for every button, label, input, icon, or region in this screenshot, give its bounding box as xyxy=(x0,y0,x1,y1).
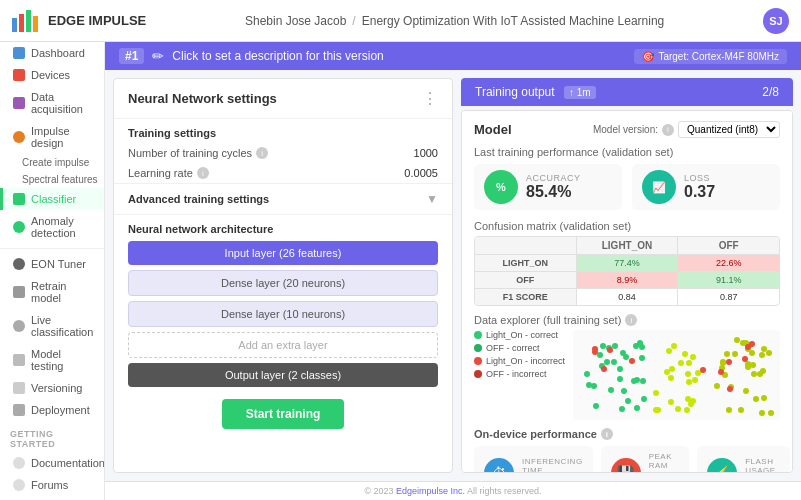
legend-0: Light_On - correct xyxy=(474,330,565,340)
cm-cell-20: 0.84 xyxy=(577,289,679,305)
scatter-dot xyxy=(631,378,637,384)
sidebar-item-deployment[interactable]: Deployment xyxy=(0,399,104,421)
target-badge: 🎯 Target: Cortex-M4F 80MHz xyxy=(634,49,787,64)
scatter-dot xyxy=(621,388,627,394)
model-version-select[interactable]: Quantized (int8) Float32 xyxy=(678,121,780,138)
svg-rect-1 xyxy=(19,14,24,32)
sidebar-item-live[interactable]: Live classification xyxy=(0,309,104,343)
scatter-dot xyxy=(724,351,730,357)
top-center: Shebin Jose Jacob / Energy Optimization … xyxy=(245,14,664,28)
sidebar-label-testing: Model testing xyxy=(31,348,94,372)
version-badge: #1 xyxy=(119,48,144,64)
sidebar-item-data-acquisition[interactable]: Data acquisition xyxy=(0,86,104,120)
sidebar-label-retrain: Retrain model xyxy=(31,280,94,304)
sidebar-item-anomaly[interactable]: Anomaly detection xyxy=(0,210,104,244)
confusion-matrix: LIGHT_ON OFF LIGHT_ON 77.4% 22.6% OFF 8.… xyxy=(474,236,780,306)
scatter-dot xyxy=(593,403,599,409)
svg-rect-2 xyxy=(26,10,31,32)
inferencing-label: INFERENCING TIME xyxy=(522,457,583,474)
scatter-dot xyxy=(732,351,738,357)
page-info: 2/8 xyxy=(762,85,779,99)
scatter-dot xyxy=(584,371,590,377)
layer-input[interactable]: Input layer (26 features) xyxy=(128,241,438,265)
confusion-label: Confusion matrix (validation set) xyxy=(474,220,780,232)
impulse-icon xyxy=(13,131,25,143)
scatter-dot xyxy=(757,371,763,377)
info-icon-lr[interactable]: i xyxy=(197,167,209,179)
device-metric-flash: ⚡ FLASH USAGE 14.8K xyxy=(697,446,790,473)
footer-link[interactable]: Edgeimpulse Inc. xyxy=(396,486,465,496)
scatter-dot xyxy=(617,376,623,382)
svg-rect-0 xyxy=(12,18,17,32)
scatter-dot xyxy=(686,379,692,385)
scatter-dot xyxy=(634,405,640,411)
sidebar-item-devices[interactable]: Devices xyxy=(0,64,104,86)
sidebar-item-classifier[interactable]: Classifier xyxy=(0,188,104,210)
docs-icon xyxy=(13,457,25,469)
legend-label-3: OFF - incorrect xyxy=(486,369,547,379)
sidebar-item-impulse-design[interactable]: Impulse design xyxy=(0,120,104,154)
sidebar-label-impulse: Impulse design xyxy=(31,125,94,149)
cm-cell-11: 91.1% xyxy=(678,272,779,288)
getting-started-label: GETTING STARTED xyxy=(0,421,104,452)
layer-dense-2[interactable]: Dense layer (10 neurons) xyxy=(128,301,438,327)
classifier-icon xyxy=(13,193,25,205)
scatter-dot xyxy=(692,377,698,383)
advanced-settings-row[interactable]: Advanced training settings ▼ xyxy=(114,183,452,215)
training-section-label: Training settings xyxy=(114,119,452,143)
model-title: Model xyxy=(474,122,512,137)
target-text: Target: Cortex-M4F 80MHz xyxy=(658,51,779,62)
layer-dense-1[interactable]: Dense layer (20 neurons) xyxy=(128,270,438,296)
sidebar-sub-spectral[interactable]: Spectral features xyxy=(0,171,104,188)
scatter-dot xyxy=(761,395,767,401)
start-training-button[interactable]: Start training xyxy=(222,399,345,429)
sidebar-label-deployment: Deployment xyxy=(31,404,90,416)
cm-cell-21: 0.87 xyxy=(678,289,779,305)
sidebar-sub-create-impulse[interactable]: Create impulse xyxy=(0,154,104,171)
cm-cell-10: 8.9% xyxy=(577,272,679,288)
sidebar-item-retrain[interactable]: Retrain model xyxy=(0,275,104,309)
sidebar-item-docs[interactable]: Documentation xyxy=(0,452,104,474)
scatter-dot xyxy=(688,401,694,407)
version-bar[interactable]: #1 ✏ Click to set a description for this… xyxy=(105,42,801,70)
learning-rate-value: 0.0005 xyxy=(404,167,438,179)
info-icon-cycles[interactable]: i xyxy=(256,147,268,159)
sidebar-label-docs: Documentation xyxy=(31,457,105,469)
scatter-dot xyxy=(612,343,618,349)
cm-header: LIGHT_ON OFF xyxy=(475,237,779,254)
pencil-icon: ✏ xyxy=(152,48,164,64)
legend-label-1: OFF - correct xyxy=(486,343,540,353)
cm-row-label-0: LIGHT_ON xyxy=(475,255,577,271)
nn-layers: Input layer (26 features) Dense layer (2… xyxy=(114,241,452,387)
scatter-dot xyxy=(727,386,733,392)
scatter-dot xyxy=(671,343,677,349)
architecture-label: Neural network architecture xyxy=(114,215,452,241)
sidebar-item-model-testing[interactable]: Model testing xyxy=(0,343,104,377)
sidebar-item-dashboard[interactable]: Dashboard xyxy=(0,42,104,64)
sidebar-item-versioning[interactable]: Versioning xyxy=(0,377,104,399)
device-metrics: ⏱ INFERENCING TIME 1 ms. 💾 PEAK RAM USAG… xyxy=(474,446,780,473)
on-device-info[interactable]: i xyxy=(601,428,613,440)
explorer-info[interactable]: i xyxy=(625,314,637,326)
legend-label-2: Light_On - incorrect xyxy=(486,356,565,366)
scatter-dot xyxy=(666,348,672,354)
legend-2: Light_On - incorrect xyxy=(474,356,565,366)
legend-dot-2 xyxy=(474,357,482,365)
testing-icon xyxy=(13,354,25,366)
scatter-dot xyxy=(714,383,720,389)
sidebar-item-forums[interactable]: Forums xyxy=(0,474,104,496)
deployment-icon xyxy=(13,404,25,416)
target-icon: 🎯 xyxy=(642,51,654,62)
model-version-info[interactable]: i xyxy=(662,124,674,136)
layer-add[interactable]: Add an extra layer xyxy=(128,332,438,358)
scatter-dot xyxy=(759,410,765,416)
panel-menu-button[interactable]: ⋮ xyxy=(422,89,438,108)
layer-output[interactable]: Output layer (2 classes) xyxy=(128,363,438,387)
scatter-dot xyxy=(751,371,757,377)
scatter-dot xyxy=(726,407,732,413)
panel-header: Neural Network settings ⋮ xyxy=(114,79,452,119)
scatter-dot xyxy=(629,358,635,364)
scatter-dot xyxy=(759,352,765,358)
sidebar-item-eon[interactable]: EON Tuner xyxy=(0,253,104,275)
scatter-dot xyxy=(600,343,606,349)
